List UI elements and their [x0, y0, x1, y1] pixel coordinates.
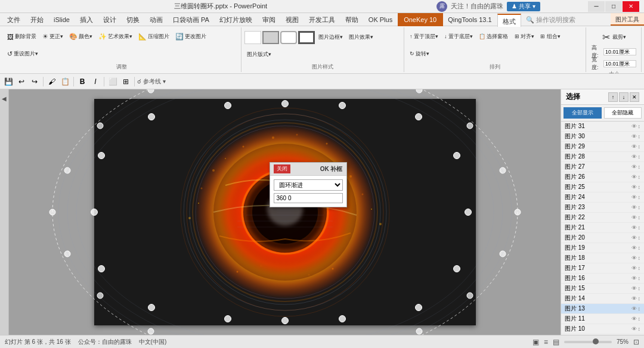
- btn-crop[interactable]: ✂裁剪▾: [600, 29, 628, 45]
- layer-item-16[interactable]: 图片 15 👁 ↕: [561, 284, 644, 294]
- tab-view[interactable]: 视图: [281, 13, 304, 26]
- handle-bottom-center[interactable]: [281, 317, 289, 324]
- maximize-btn[interactable]: □: [605, 1, 622, 12]
- layer-item-15[interactable]: 图片 16 👁 ↕: [561, 274, 644, 284]
- dialog-dropdown[interactable]: 圆环渐进线性渐出: [274, 179, 343, 191]
- btn-remove-bg[interactable]: 🖼删除背景: [5, 32, 39, 42]
- view-outline-btn[interactable]: ≡: [544, 338, 548, 346]
- btn-selection-pane[interactable]: 📋 选择窗格: [476, 32, 511, 42]
- layer-item-13[interactable]: 图片 18 👁 ↕: [561, 253, 644, 263]
- handle-bottom-right[interactable]: [415, 304, 422, 311]
- handle-top-center-right[interactable]: [339, 102, 346, 109]
- btn-rotate[interactable]: ↻ 旋转▾: [407, 49, 432, 60]
- tab-islide[interactable]: iSlide: [49, 13, 75, 26]
- handle-right-center[interactable]: [465, 209, 472, 216]
- btn-group[interactable]: ⊞ 组合▾: [538, 32, 563, 42]
- view-slide-btn[interactable]: ▤: [553, 338, 559, 346]
- canvas-area[interactable]: 关闭 OK 补框 圆环渐进线性渐出: [9, 89, 561, 335]
- layer-item-18[interactable]: 图片 13 👁 ↕: [561, 304, 644, 314]
- layer-item-6[interactable]: 图片 25 👁 ↕: [561, 182, 644, 192]
- tab-format[interactable]: 格式: [497, 14, 521, 27]
- close-btn[interactable]: ✕: [623, 1, 639, 12]
- minimize-btn[interactable]: ─: [588, 1, 605, 12]
- layer-item-0[interactable]: 图片 31 👁 ↕: [561, 122, 644, 132]
- handle-bottom-center-right[interactable]: [339, 315, 346, 322]
- btn-reset-pic[interactable]: ↺重设图片▾: [5, 49, 41, 60]
- handle-top-right[interactable]: [415, 113, 422, 120]
- tab-help[interactable]: 帮助: [340, 13, 364, 26]
- panel-sort-desc[interactable]: ↓: [619, 92, 628, 102]
- handle-left-top[interactable]: [98, 152, 105, 159]
- layer-item-9[interactable]: 图片 22 👁 ↕: [561, 213, 644, 223]
- layer-item-19[interactable]: 图片 11 👁 ↕: [561, 314, 644, 324]
- handle-bottom-left[interactable]: [148, 304, 155, 311]
- panel-collapse-btn[interactable]: ◀: [2, 95, 7, 102]
- handle-bottom-center-left[interactable]: [224, 315, 231, 322]
- btn-pic-border[interactable]: 图片边框▾: [316, 32, 345, 43]
- tb-italic[interactable]: I: [89, 76, 101, 88]
- layer-item-12[interactable]: 图片 19 👁 ↕: [561, 243, 644, 253]
- zoom-fit-btn[interactable]: ⊡: [633, 338, 639, 346]
- tab-qingtools[interactable]: QingTools 13.1: [443, 13, 497, 26]
- layer-item-1[interactable]: 图片 30 👁 ↕: [561, 132, 644, 142]
- layer-item-7[interactable]: 图片 24 👁 ↕: [561, 192, 644, 203]
- btn-pic-effect[interactable]: 图片效果▾: [346, 32, 376, 43]
- style-preset-1[interactable]: [244, 31, 261, 44]
- tab-onekey[interactable]: OneKey 10: [398, 13, 443, 26]
- tb-bold[interactable]: B: [76, 76, 88, 88]
- btn-correct[interactable]: ☀更正▾: [40, 32, 66, 42]
- tab-pa[interactable]: 口袋动画 PA: [168, 13, 215, 26]
- tb-format-painter[interactable]: 🖌: [46, 76, 58, 88]
- handle-left-center[interactable]: [91, 209, 98, 216]
- redo-btn[interactable]: ↪: [29, 76, 41, 88]
- layer-item-11[interactable]: 图片 20 👁 ↕: [561, 233, 644, 243]
- layer-item-21[interactable]: 图片 9 👁 ↕: [561, 334, 644, 335]
- layer-item-3[interactable]: 图片 28 👁 ↕: [561, 152, 644, 162]
- tb-copy[interactable]: 📋: [59, 76, 71, 88]
- panel-close-btn[interactable]: ✕: [630, 92, 639, 102]
- layer-item-14[interactable]: 图片 17 👁 ↕: [561, 263, 644, 274]
- zoom-slider[interactable]: [564, 341, 612, 343]
- layer-item-17[interactable]: 图片 14 👁 ↕: [561, 294, 644, 304]
- layer-item-5[interactable]: 图片 26 👁 ↕: [561, 172, 644, 182]
- tab-insert[interactable]: 插入: [75, 13, 98, 26]
- btn-bring-front[interactable]: ↑ 置于顶层▾: [407, 32, 441, 42]
- handle-right-top[interactable]: [453, 152, 460, 159]
- tab-home[interactable]: 开始: [26, 13, 49, 26]
- handle-top-center[interactable]: [281, 100, 289, 107]
- btn-send-back[interactable]: ↓ 置于底层▾: [442, 32, 475, 42]
- tab-slideshow[interactable]: 幻灯片放映: [215, 13, 258, 26]
- handle-top-left[interactable]: [148, 113, 155, 120]
- tab-review[interactable]: 审阅: [258, 13, 281, 26]
- handle-left-bottom[interactable]: [98, 265, 105, 272]
- tb-shapes[interactable]: ⬜: [107, 76, 119, 88]
- btn-compress[interactable]: 📐压缩图片: [136, 32, 172, 42]
- btn-change-pic[interactable]: 🔄更改图片: [173, 32, 209, 42]
- show-all-btn[interactable]: 全部显示: [564, 107, 602, 119]
- layer-item-10[interactable]: 图片 21 👁 ↕: [561, 223, 644, 233]
- share-btn[interactable]: ♟ 共享 ▾: [507, 2, 540, 11]
- tab-animations[interactable]: 动画: [145, 13, 168, 26]
- save-btn[interactable]: 💾: [2, 76, 14, 88]
- tab-search[interactable]: 🔍 操作说明搜索: [521, 13, 581, 26]
- layer-item-2[interactable]: 图片 29 👁 ↕: [561, 142, 644, 152]
- view-normal-btn[interactable]: ▣: [532, 338, 539, 346]
- btn-art-effect[interactable]: ✨艺术效果▾: [96, 32, 135, 42]
- tab-devtools[interactable]: 开发工具: [304, 13, 340, 26]
- layer-item-8[interactable]: 图片 23 👁 ↕: [561, 203, 644, 213]
- hide-all-btn[interactable]: 全部隐藏: [604, 107, 642, 119]
- style-preset-2[interactable]: [262, 31, 279, 44]
- btn-align[interactable]: ⊞ 对齐▾: [512, 32, 537, 42]
- tab-transitions[interactable]: 切换: [122, 13, 145, 26]
- height-input[interactable]: [603, 48, 636, 55]
- btn-pic-layout[interactable]: 图片版式▾: [244, 49, 274, 60]
- width-input[interactable]: [603, 60, 636, 67]
- style-preset-3[interactable]: [280, 31, 297, 44]
- tb-arrange[interactable]: ⊞: [120, 76, 132, 88]
- dialog-input[interactable]: [274, 193, 343, 203]
- width-field[interactable]: 宽度:: [589, 58, 639, 69]
- layer-item-4[interactable]: 图片 27 👁 ↕: [561, 162, 644, 172]
- tab-okplus[interactable]: OK Plus: [364, 13, 398, 26]
- tab-design[interactable]: 设计: [98, 13, 122, 26]
- style-preset-4[interactable]: [298, 31, 315, 44]
